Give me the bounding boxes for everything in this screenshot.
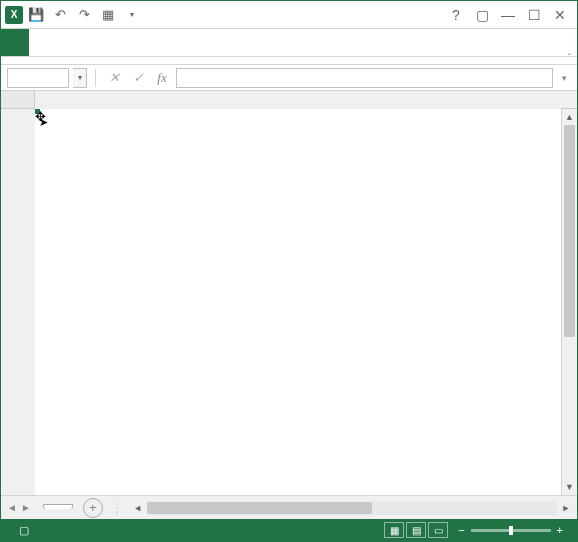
redo-icon[interactable]: ↷ (73, 4, 95, 26)
quick-access-toolbar: X 💾 ↶ ↷ ▦ ▾ (1, 4, 147, 26)
name-box[interactable] (7, 68, 69, 88)
view-page-break-icon[interactable]: ▭ (428, 522, 448, 538)
fill-handle[interactable] (35, 109, 40, 114)
grid-icon[interactable]: ▦ (97, 4, 119, 26)
select-all-corner[interactable] (1, 91, 35, 109)
name-box-dropdown[interactable]: ▾ (73, 68, 87, 88)
help-icon[interactable]: ? (443, 4, 469, 26)
view-buttons: ▦ ▤ ▭ (384, 522, 448, 538)
ribbon-options-icon[interactable]: ▢ (469, 4, 495, 26)
scroll-left-icon[interactable]: ◄ (131, 503, 145, 513)
add-sheet-icon[interactable]: + (83, 498, 103, 518)
save-icon[interactable]: 💾 (25, 4, 47, 26)
tab-view[interactable] (173, 29, 197, 56)
horizontal-scrollbar[interactable] (147, 501, 557, 515)
tab-page-layout[interactable] (77, 29, 101, 56)
tab-insert[interactable] (53, 29, 77, 56)
ribbon-tabs (1, 29, 577, 57)
ribbon-collapse-icon[interactable]: ˇ (568, 53, 571, 64)
move-cursor-icon: ✥➤ (35, 109, 46, 124)
tab-pov[interactable] (221, 29, 237, 56)
zoom-control: − + (458, 524, 569, 536)
active-cell-selection (35, 109, 39, 113)
formula-expand-icon[interactable]: ▾ (557, 73, 571, 83)
tab-addins[interactable] (197, 29, 221, 56)
scroll-down-icon[interactable]: ▼ (562, 479, 577, 495)
title-bar: X 💾 ↶ ↷ ▦ ▾ ? ▢ — ☐ ✕ (1, 1, 577, 29)
zoom-out-icon[interactable]: − (458, 524, 464, 536)
ribbon-collapsed-area: ˇ (1, 57, 577, 65)
tab-data[interactable] (125, 29, 149, 56)
macro-record-icon[interactable]: ▢ (19, 524, 29, 537)
formula-bar: ▾ ✕ ✓ fx ▾ (1, 65, 577, 91)
minimize-icon[interactable]: — (495, 4, 521, 26)
tab-formulas[interactable] (101, 29, 125, 56)
divider (95, 69, 96, 87)
formula-input[interactable] (176, 68, 553, 88)
scroll-right-icon[interactable]: ► (559, 503, 573, 513)
sheet-nav: ◄ ► (1, 502, 37, 513)
sheet-tab-bar: ◄ ► + ⋮ ◄ ► (1, 495, 577, 519)
cancel-icon[interactable]: ✕ (104, 68, 124, 88)
spreadsheet-grid: ✥➤ ▲ ▼ (1, 91, 577, 495)
tab-file[interactable] (1, 29, 29, 56)
cells-area[interactable]: ✥➤ (35, 109, 561, 495)
close-icon[interactable]: ✕ (547, 4, 573, 26)
sheet-nav-prev-icon[interactable]: ◄ (7, 502, 17, 513)
sheet-nav-next-icon[interactable]: ► (21, 502, 31, 513)
view-normal-icon[interactable]: ▦ (384, 522, 404, 538)
window-controls: ? ▢ — ☐ ✕ (443, 4, 577, 26)
sheet-tab[interactable] (43, 504, 73, 509)
excel-icon: X (5, 6, 23, 24)
fx-icon[interactable]: fx (152, 68, 172, 88)
confirm-icon[interactable]: ✓ (128, 68, 148, 88)
tab-home[interactable] (29, 29, 53, 56)
vertical-scrollbar[interactable]: ▲ ▼ (561, 109, 577, 495)
zoom-in-icon[interactable]: + (557, 524, 563, 536)
undo-icon[interactable]: ↶ (49, 4, 71, 26)
column-headers (1, 91, 577, 109)
tab-review[interactable] (149, 29, 173, 56)
qat-dropdown-icon[interactable]: ▾ (121, 4, 143, 26)
zoom-slider[interactable] (471, 529, 551, 532)
view-page-layout-icon[interactable]: ▤ (406, 522, 426, 538)
divider: ⋮ (111, 501, 123, 515)
scroll-up-icon[interactable]: ▲ (562, 109, 577, 125)
row-headers (1, 109, 35, 495)
status-bar: ▢ ▦ ▤ ▭ − + (1, 519, 577, 541)
maximize-icon[interactable]: ☐ (521, 4, 547, 26)
